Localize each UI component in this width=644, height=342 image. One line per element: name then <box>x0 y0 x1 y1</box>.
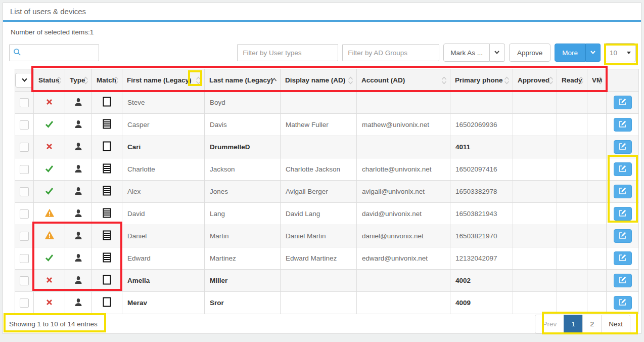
column-header-display[interactable]: Display name (AD) <box>281 69 357 92</box>
mark-as-caret-button[interactable] <box>490 44 505 62</box>
icon-cell <box>92 136 122 158</box>
row-checkbox[interactable] <box>20 232 29 241</box>
first-name-cell: Merav <box>122 292 205 314</box>
status-error-icon <box>46 277 53 285</box>
filter-user-types-input[interactable] <box>237 44 338 61</box>
icon-cell <box>607 158 639 181</box>
edit-pencil-icon <box>619 232 626 241</box>
edit-row-button[interactable] <box>614 229 632 243</box>
status-ok-icon <box>45 254 54 263</box>
select-all-dropdown-button[interactable] <box>15 73 33 88</box>
ready-cell <box>557 270 587 292</box>
edit-row-button[interactable] <box>614 251 632 265</box>
first-name-cell: David <box>122 203 205 225</box>
ready-cell <box>557 292 587 314</box>
row-checkbox[interactable] <box>20 143 29 152</box>
column-header-vm[interactable]: VM <box>587 69 607 92</box>
ready-cell <box>557 114 587 136</box>
search-input[interactable] <box>9 44 99 61</box>
status-error-icon <box>46 299 53 307</box>
edit-row-button[interactable] <box>614 296 632 310</box>
user-type-icon <box>74 187 82 197</box>
icon-cell <box>607 181 639 203</box>
account-cell <box>357 92 450 114</box>
first-name-cell: Amelia <box>122 270 205 292</box>
edit-pencil-icon <box>619 143 626 152</box>
prev-page-button[interactable]: Prev <box>535 315 564 333</box>
page-size-select[interactable]: 10 <box>605 43 636 62</box>
account-cell <box>357 270 450 292</box>
approved-cell <box>513 270 557 292</box>
page-1-button[interactable]: 1 <box>564 315 583 333</box>
icon-cell <box>607 292 639 314</box>
toolbar: Mark As ... Approve More 10 <box>9 44 636 62</box>
selected-items-count: Number of selected items:1 <box>11 28 641 36</box>
column-header-match[interactable]: Match <box>92 69 122 92</box>
edit-pencil-icon <box>619 254 626 263</box>
table-row: CariDrummelleD4011 <box>15 136 639 158</box>
row-checkbox[interactable] <box>20 209 29 219</box>
icon-cell <box>92 270 122 292</box>
column-header-account[interactable]: Account (AD) <box>357 69 450 92</box>
user-type-icon <box>74 142 82 152</box>
edit-row-button[interactable] <box>614 140 632 154</box>
vm-cell <box>587 270 607 292</box>
column-header-last[interactable]: Last name (Legacy) <box>205 69 281 92</box>
mark-as-button[interactable]: Mark As ... <box>443 44 490 62</box>
match-filled-icon <box>103 252 111 264</box>
icon-cell <box>607 203 639 225</box>
user-type-icon <box>74 231 82 241</box>
column-header-approved[interactable]: Approved <box>513 69 557 92</box>
ready-cell <box>557 203 587 225</box>
user-type-icon <box>74 98 82 108</box>
row-checkbox[interactable] <box>20 254 29 263</box>
icon-cell <box>34 136 65 158</box>
match-filled-icon <box>103 186 111 197</box>
first-name-cell: Edward <box>122 247 205 270</box>
column-header-first[interactable]: First name (Legacy) <box>122 69 205 92</box>
more-button[interactable]: More <box>555 44 585 62</box>
edit-row-button[interactable] <box>614 96 632 109</box>
column-header-type[interactable]: Type <box>65 69 92 92</box>
row-checkbox[interactable] <box>20 98 29 107</box>
edit-row-button[interactable] <box>614 185 632 198</box>
row-checkbox[interactable] <box>20 187 29 196</box>
row-checkbox[interactable] <box>20 120 29 130</box>
edit-row-button[interactable] <box>614 162 632 176</box>
status-warning-icon <box>45 231 54 241</box>
column-header-ready[interactable]: Ready <box>557 69 587 92</box>
edit-row-button[interactable] <box>614 118 632 132</box>
icon-cell <box>15 225 34 247</box>
row-checkbox[interactable] <box>20 276 29 285</box>
last-name-cell: DrummelleD <box>205 136 281 158</box>
status-ok-icon <box>45 120 54 130</box>
edit-pencil-icon <box>619 187 626 196</box>
icon-cell <box>65 247 92 270</box>
column-header-phone[interactable]: Primary phone <box>450 69 513 92</box>
phone-cell: 16503821943 <box>450 203 513 225</box>
page-2-button[interactable]: 2 <box>582 315 602 333</box>
icon-cell <box>15 292 34 314</box>
table-row: EdwardMartinezEdward Martinezedward@univ… <box>15 247 639 270</box>
vm-cell <box>587 181 607 203</box>
column-label: Last name (Legacy) <box>209 76 273 84</box>
next-page-button[interactable]: Next <box>601 315 630 333</box>
icon-cell <box>607 92 639 114</box>
user-type-icon <box>74 298 82 308</box>
icon-cell <box>92 114 122 136</box>
more-caret-button[interactable] <box>585 44 601 62</box>
row-checkbox[interactable] <box>20 298 29 308</box>
edit-row-button[interactable] <box>614 274 632 287</box>
column-label: Approved <box>518 76 549 84</box>
approved-cell <box>513 292 557 314</box>
row-checkbox[interactable] <box>20 165 29 174</box>
vm-cell <box>587 292 607 314</box>
phone-cell: 4009 <box>450 292 513 314</box>
edit-row-button[interactable] <box>614 207 632 221</box>
approve-button[interactable]: Approve <box>509 44 550 62</box>
last-name-cell: Davis <box>205 114 281 136</box>
column-header-status[interactable]: Status <box>34 69 65 92</box>
filter-ad-groups-input[interactable] <box>342 44 439 61</box>
approved-cell <box>513 158 557 181</box>
page-title: List of users & devices <box>3 3 641 22</box>
